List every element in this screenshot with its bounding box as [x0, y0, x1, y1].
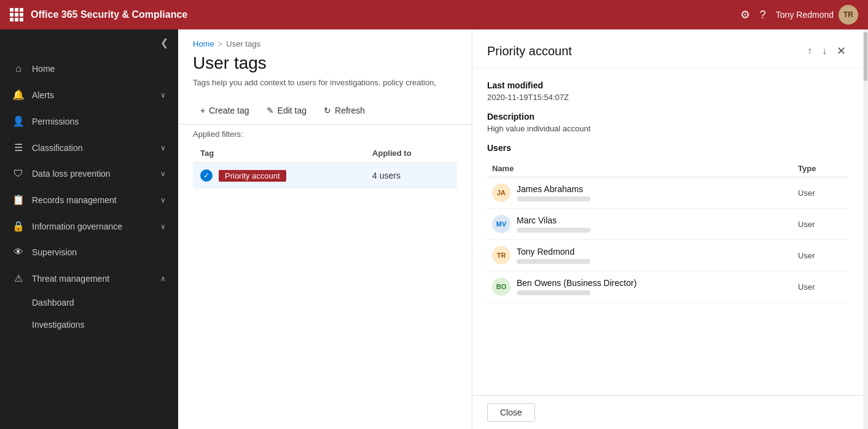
page-description: Tags help you add context to users for i…: [178, 78, 472, 97]
detail-scrollbar[interactable]: [863, 29, 868, 429]
sidebar-item-alerts[interactable]: 🔔 Alerts ∨: [0, 82, 178, 108]
sidebar-item-records-management[interactable]: 📋 Records management ∨: [0, 187, 178, 213]
sidebar-collapse: ❮: [0, 29, 178, 56]
chevron-up-icon: ∧: [160, 274, 166, 283]
user-sub-line: [517, 196, 590, 201]
user-sub-line: [517, 259, 590, 264]
sub-item-label: Investigations: [32, 320, 85, 330]
detail-nav: ↑ ↓ ✕: [805, 42, 848, 60]
create-tag-button[interactable]: + Create tag: [193, 102, 257, 119]
user-row: MV Marc Vilas: [492, 215, 788, 233]
permissions-icon: 👤: [12, 115, 25, 127]
user-sub-line: [517, 290, 590, 295]
user-avatar: JA: [492, 184, 510, 202]
settings-icon[interactable]: ⚙: [740, 8, 750, 21]
sidebar-item-label: Information governance: [32, 222, 153, 231]
edit-tag-label: Edit tag: [278, 106, 307, 115]
user-name: Marc Vilas: [517, 215, 590, 225]
user-name: Tony Redmond: [776, 10, 834, 20]
waffle-menu[interactable]: [10, 8, 23, 21]
sidebar-item-label: Supervision: [32, 247, 166, 257]
tags-table: Tag Applied to ✓ Priority account: [193, 144, 457, 188]
last-modified-value: 2020-11-19T15:54:07Z: [487, 93, 848, 102]
records-icon: 📋: [12, 194, 25, 206]
chevron-down-icon: ∨: [160, 169, 166, 178]
table-row[interactable]: ✓ Priority account 4 users: [193, 163, 457, 188]
sidebar-item-label: Data loss prevention: [32, 169, 153, 179]
sidebar-item-threat-management[interactable]: ⚠ Threat management ∧: [0, 265, 178, 292]
user-row: TR Tony Redmond: [492, 246, 788, 265]
row-check: ✓ Priority account: [200, 169, 358, 182]
topbar: Office 365 Security & Compliance ⚙ ? Ton…: [0, 0, 868, 29]
supervision-icon: 👁: [12, 247, 25, 258]
col-applied-to: Applied to: [365, 144, 457, 163]
main-layout: ❮ ⌂ Home 🔔 Alerts ∨ 👤 Permissions ☰ Clas…: [0, 29, 868, 429]
threat-icon: ⚠: [12, 272, 25, 284]
detail-panel: Priority account ↑ ↓ ✕ Last modified 202…: [472, 29, 863, 429]
users-label: Users: [487, 143, 848, 153]
table-container: Tag Applied to ✓ Priority account: [178, 144, 472, 429]
sidebar-item-information-governance[interactable]: 🔒 Information governance ∨: [0, 213, 178, 239]
user-row: BO Ben Owens (Business Director): [492, 277, 788, 296]
sidebar-item-classification[interactable]: ☰ Classification ∨: [0, 134, 178, 161]
sidebar-item-dlp[interactable]: 🛡 Data loss prevention ∨: [0, 161, 178, 187]
description-field: Description High value individual accoun…: [487, 112, 848, 133]
sidebar-item-supervision[interactable]: 👁 Supervision: [0, 239, 178, 265]
info-gov-icon: 🔒: [12, 220, 25, 232]
description-value: High value individual account: [487, 124, 848, 133]
help-icon[interactable]: ?: [760, 9, 766, 21]
chevron-down-icon: ∨: [160, 222, 166, 231]
applied-filters-label: Applied filters:: [193, 129, 243, 139]
user-name: Ben Owens (Business Director): [517, 278, 636, 288]
detail-body: Last modified 2020-11-19T15:54:07Z Descr…: [472, 68, 863, 395]
sidebar-item-label: Classification: [32, 143, 153, 153]
close-panel-button[interactable]: ✕: [834, 42, 848, 60]
breadcrumb-current: User tags: [226, 39, 260, 48]
sidebar-sub-item-investigations[interactable]: Investigations: [0, 314, 178, 336]
home-icon: ⌂: [12, 63, 25, 74]
user-menu[interactable]: Tony Redmond TR: [776, 5, 858, 25]
table-row: MV Marc Vilas User: [487, 209, 848, 240]
scroll-thumb: [864, 32, 867, 81]
refresh-label: Refresh: [335, 106, 365, 115]
user-name: Tony Redmond: [517, 247, 590, 257]
nav-down-button[interactable]: ↓: [819, 43, 829, 59]
detail-title: Priority account: [487, 44, 572, 58]
collapse-button[interactable]: ❮: [160, 37, 168, 48]
edit-icon: ✎: [267, 106, 274, 115]
user-avatar: TR: [492, 246, 510, 265]
topbar-actions: ⚙ ? Tony Redmond TR: [740, 5, 858, 25]
create-tag-label: Create tag: [209, 106, 249, 115]
sidebar: ❮ ⌂ Home 🔔 Alerts ∨ 👤 Permissions ☰ Clas…: [0, 29, 178, 429]
nav-up-button[interactable]: ↑: [805, 43, 815, 59]
chevron-down-icon: ∨: [160, 196, 166, 204]
refresh-button[interactable]: ↻ Refresh: [316, 102, 372, 119]
description-label: Description: [487, 112, 848, 122]
table-row: JA James Abrahams User: [487, 177, 848, 209]
avatar: TR: [839, 5, 858, 25]
page-title: User tags: [178, 51, 472, 78]
edit-tag-button[interactable]: ✎ Edit tag: [259, 102, 314, 119]
classification-icon: ☰: [12, 142, 25, 153]
last-modified-field: Last modified 2020-11-19T15:54:07Z: [487, 80, 848, 102]
check-circle: ✓: [200, 169, 213, 182]
user-name: James Abrahams: [517, 184, 590, 194]
user-info: Tony Redmond: [517, 247, 590, 264]
user-info: Marc Vilas: [517, 215, 590, 233]
sidebar-item-label: Home: [32, 64, 166, 74]
content-area: Home > User tags User tags Tags help you…: [178, 29, 868, 429]
user-avatar: MV: [492, 215, 510, 233]
sidebar-item-permissions[interactable]: 👤 Permissions: [0, 108, 178, 134]
alerts-icon: 🔔: [12, 89, 25, 101]
sidebar-sub-item-dashboard[interactable]: Dashboard: [0, 292, 178, 314]
table-row: BO Ben Owens (Business Director) User: [487, 271, 848, 303]
close-button[interactable]: Close: [487, 403, 535, 422]
user-type: User: [793, 209, 848, 240]
user-sub-line: [517, 228, 590, 233]
col-tag: Tag: [193, 144, 365, 163]
sidebar-item-home[interactable]: ⌂ Home: [0, 56, 178, 82]
breadcrumb-home[interactable]: Home: [193, 39, 214, 48]
dlp-icon: 🛡: [12, 168, 25, 179]
plus-icon: +: [200, 106, 205, 115]
detail-header: Priority account ↑ ↓ ✕: [472, 29, 863, 68]
